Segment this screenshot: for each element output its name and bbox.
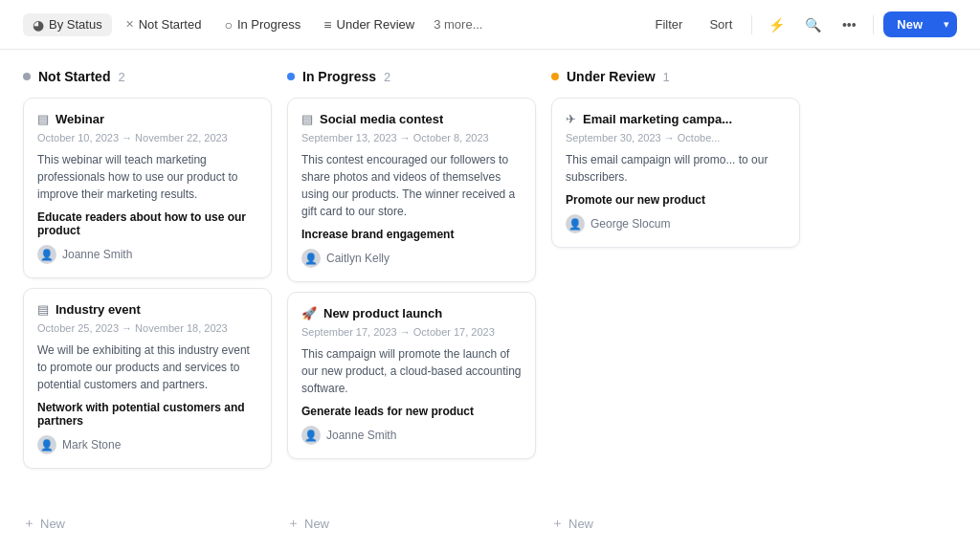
avatar-name-email: George Slocum: [590, 217, 670, 231]
sort-button[interactable]: Sort: [700, 12, 742, 36]
cards-not-started: ▤ Webinar October 10, 2023 → November 22…: [23, 98, 272, 501]
filter-label: Filter: [656, 17, 683, 32]
column-under-review: Under Review 1 ✈ Email marketing campa..…: [551, 65, 800, 536]
card-goal-industry: Network with potential customers and par…: [37, 401, 257, 428]
avatar-icon-social: 👤: [301, 249, 321, 268]
toolbar-divider-2: [873, 15, 874, 34]
column-in-progress: In Progress 2 ▤ Social media contest Sep…: [287, 65, 536, 536]
card-goal-social: Increase brand engagement: [301, 228, 522, 241]
not-started-label: Not Started: [139, 17, 202, 32]
new-dropdown-button[interactable]: ▾: [936, 12, 957, 36]
column-count-in-progress: 2: [384, 70, 390, 84]
more-options-button[interactable]: •••: [835, 11, 863, 39]
search-button[interactable]: 🔍: [798, 11, 827, 39]
card-title-industry: Industry event: [56, 302, 141, 317]
toolbar: ◕ By Status ✕ Not Started ○ In Progress …: [0, 0, 980, 50]
status-dot-under-review: [551, 73, 559, 80]
card-date-launch: September 17, 2023 → October 17, 2023: [301, 326, 522, 338]
card-product-launch[interactable]: 🚀 New product launch September 17, 2023 …: [287, 292, 536, 459]
card-email-marketing[interactable]: ✈ Email marketing campa... September 30,…: [551, 98, 800, 248]
new-button-group: New ▾: [883, 11, 957, 37]
cards-under-review: ✈ Email marketing campa... September 30,…: [551, 98, 800, 501]
card-desc-email: This email campaign will promo... to our…: [566, 151, 786, 186]
card-title-social: Social media contest: [320, 112, 443, 126]
avatar-name-industry: Mark Stone: [62, 438, 121, 452]
in-progress-label: In Progress: [237, 17, 301, 32]
card-industry-event[interactable]: ▤ Industry event October 25, 2023 → Nove…: [23, 288, 272, 469]
add-label-not-started: New: [40, 517, 65, 531]
card-title-webinar: Webinar: [56, 112, 104, 126]
column-not-started: Not Started 2 ▤ Webinar October 10, 2023…: [23, 65, 272, 536]
avatar-icon-industry: 👤: [37, 435, 56, 454]
toolbar-right: Filter Sort ⚡ 🔍 ••• New ▾: [646, 11, 957, 39]
filter-button[interactable]: Filter: [646, 12, 693, 36]
card-title-row-email: ✈ Email marketing campa...: [566, 112, 786, 126]
card-avatar-webinar: 👤 Joanne Smith: [37, 245, 257, 264]
avatar-name-social: Caitlyn Kelly: [326, 252, 390, 265]
card-date-email: September 30, 2023 → Octobe...: [566, 132, 786, 143]
card-date-webinar: October 10, 2023 → November 22, 2023: [37, 132, 257, 143]
under-review-filter[interactable]: ≡ Under Review: [314, 13, 424, 36]
column-header-not-started: Not Started 2: [23, 65, 272, 88]
lightning-button[interactable]: ⚡: [762, 11, 791, 39]
add-icon-in-progress: ＋: [287, 515, 300, 532]
card-icon-email: ✈: [566, 112, 576, 126]
add-label-under-review: New: [568, 517, 593, 531]
status-dot-in-progress: [287, 73, 295, 80]
card-icon-webinar: ▤: [37, 112, 49, 126]
under-review-label: Under Review: [337, 17, 415, 32]
card-icon-launch: 🚀: [301, 306, 317, 320]
toolbar-divider: [751, 15, 752, 34]
card-title-row-social: ▤ Social media contest: [301, 112, 522, 126]
card-date-social: September 13, 2023 → October 8, 2023: [301, 132, 522, 143]
add-new-under-review[interactable]: ＋ New: [551, 511, 800, 536]
add-icon-not-started: ＋: [23, 515, 35, 532]
by-status-label: By Status: [49, 17, 102, 32]
add-new-in-progress[interactable]: ＋ New: [287, 511, 536, 536]
add-label-in-progress: New: [304, 517, 329, 531]
more-filters[interactable]: 3 more...: [428, 13, 488, 35]
card-avatar-social: 👤 Caitlyn Kelly: [301, 249, 522, 268]
new-main-button[interactable]: New: [883, 11, 936, 37]
add-new-not-started[interactable]: ＋ New: [23, 511, 272, 536]
avatar-icon-email: 👤: [566, 214, 585, 233]
card-avatar-launch: 👤 Joanne Smith: [301, 426, 522, 445]
board: Not Started 2 ▤ Webinar October 10, 2023…: [0, 50, 980, 551]
card-webinar[interactable]: ▤ Webinar October 10, 2023 → November 22…: [23, 98, 272, 278]
sort-label: Sort: [709, 17, 732, 32]
by-status-filter[interactable]: ◕ By Status: [23, 13, 112, 36]
status-dot-not-started: [23, 73, 31, 80]
card-title-row: ▤ Webinar: [37, 112, 257, 126]
filter-group: ◕ By Status ✕ Not Started ○ In Progress …: [23, 13, 638, 36]
lines-icon: ≡: [323, 17, 331, 33]
in-progress-filter[interactable]: ○ In Progress: [214, 13, 310, 36]
card-desc-social: This contest encouraged our followers to…: [301, 151, 522, 220]
card-desc-launch: This campaign will promote the launch of…: [301, 345, 522, 397]
avatar-icon-webinar: 👤: [37, 245, 56, 264]
card-title-email: Email marketing campa...: [583, 112, 732, 126]
column-header-in-progress: In Progress 2: [287, 65, 536, 88]
add-icon-under-review: ＋: [551, 515, 564, 532]
column-title-under-review: Under Review: [567, 69, 656, 84]
column-header-under-review: Under Review 1: [551, 65, 800, 88]
card-title-launch: New product launch: [323, 306, 442, 320]
column-count-under-review: 1: [663, 70, 670, 84]
card-social-media[interactable]: ▤ Social media contest September 13, 202…: [287, 98, 536, 282]
card-title-row-launch: 🚀 New product launch: [301, 306, 522, 320]
status-icon: ◕: [33, 17, 44, 33]
close-icon: ✕: [125, 18, 134, 31]
card-goal-email: Promote our new product: [566, 193, 786, 207]
column-title-not-started: Not Started: [38, 69, 110, 84]
card-title-row-industry: ▤ Industry event: [37, 302, 257, 317]
avatar-name-launch: Joanne Smith: [326, 429, 396, 442]
card-goal-webinar: Educate readers about how to use our pro…: [37, 210, 257, 237]
card-avatar-email: 👤 George Slocum: [566, 214, 786, 233]
card-icon-industry: ▤: [37, 302, 49, 317]
card-desc-webinar: This webinar will teach marketing profes…: [37, 151, 257, 203]
card-avatar-industry: 👤 Mark Stone: [37, 435, 257, 454]
card-icon-social: ▤: [301, 112, 313, 126]
circle-icon: ○: [224, 17, 232, 33]
not-started-filter[interactable]: ✕ Not Started: [116, 13, 212, 35]
card-date-industry: October 25, 2023 → November 18, 2023: [37, 322, 257, 334]
cards-in-progress: ▤ Social media contest September 13, 202…: [287, 98, 536, 501]
